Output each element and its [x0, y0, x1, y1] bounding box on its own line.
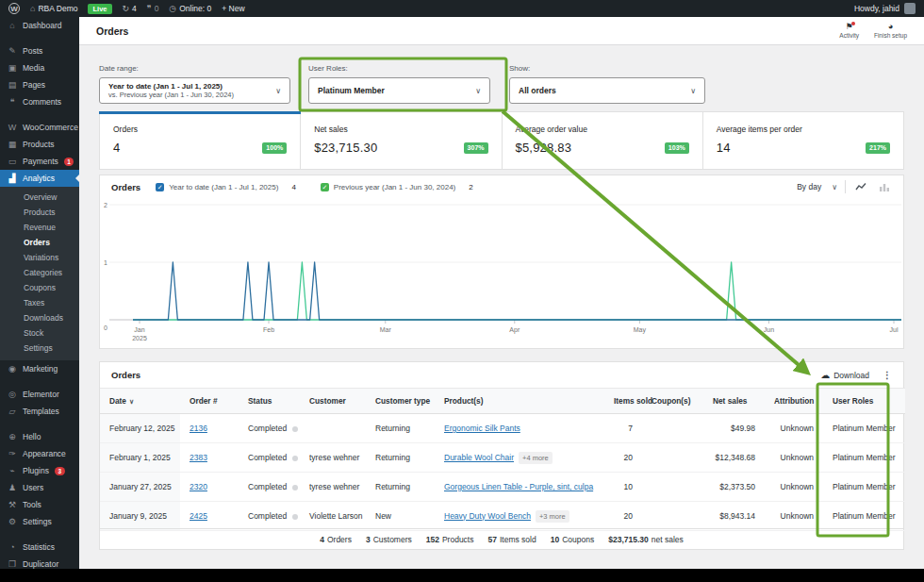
- chart-header: Orders Year to date (Jan 1 - Jul 1, 2025…: [100, 175, 903, 198]
- sidebar-item-label: Templates: [23, 407, 59, 416]
- column-header-order-[interactable]: Order #: [180, 389, 239, 414]
- more-products-chip[interactable]: +3 more: [536, 510, 569, 523]
- user-roles: Platinum Member: [823, 414, 905, 443]
- product-link[interactable]: Ergonomic Silk Pants: [444, 424, 520, 433]
- stat-card-net-sales[interactable]: Net sales $23,715.30 307%: [301, 112, 502, 169]
- screen: W ⌂ RBA Demo Live ↻ 4 ❞ 0 ◷ Online: 0 + …: [0, 0, 924, 582]
- order-number-link[interactable]: 2136: [190, 424, 207, 433]
- submenu-item-orders[interactable]: Orders: [0, 235, 79, 250]
- elementor-icon: ◎: [8, 391, 17, 399]
- submenu-item-downloads[interactable]: Downloads: [0, 310, 79, 325]
- comments-link[interactable]: ❞ 0: [147, 4, 159, 13]
- sidebar-item-tools[interactable]: ⚒Tools: [0, 496, 79, 513]
- sidebar-item-appearance[interactable]: ✑Appearance: [0, 445, 79, 462]
- submenu-item-taxes[interactable]: Taxes: [0, 295, 79, 310]
- sidebar-item-settings[interactable]: ⚙Settings: [0, 513, 79, 530]
- legend-current-period[interactable]: Year to date (Jan 1 - Jul 1, 2025): [156, 183, 278, 191]
- stat-card-average-order-value[interactable]: Average order value $5,928.83 103%: [503, 112, 703, 169]
- new-content-link[interactable]: + New: [222, 4, 244, 13]
- product-link[interactable]: Gorgeous Linen Table - Purple, sint, cul…: [444, 482, 593, 491]
- checkbox-checked-icon[interactable]: [321, 183, 329, 191]
- order-number-cell: 2383: [180, 443, 239, 473]
- sidebar-item-dashboard[interactable]: ⌂Dashboard: [0, 17, 79, 34]
- sidebar-item-hello[interactable]: ⊕Hello: [0, 428, 79, 445]
- site-name-link[interactable]: ⌂ RBA Demo: [30, 4, 77, 13]
- sidebar-item-pages[interactable]: ▤Pages: [0, 76, 79, 93]
- column-header-customer-type[interactable]: Customer type: [366, 389, 435, 414]
- column-header-attribution[interactable]: Attribution: [765, 389, 823, 414]
- column-header-status[interactable]: Status: [239, 389, 300, 414]
- summary-item: 57Items sold: [487, 535, 536, 544]
- table-row: January 27, 20252320Completedtyrese wehn…: [100, 473, 905, 502]
- status-info-dot: [292, 426, 298, 432]
- legend-count: 2: [469, 183, 472, 191]
- pages-icon: ▤: [8, 81, 17, 90]
- sidebar-item-templates[interactable]: ▱Templates: [0, 403, 79, 420]
- sidebar-item-woocommerce[interactable]: WWooCommerce: [0, 119, 79, 136]
- updates-link[interactable]: ↻ 4: [123, 4, 137, 13]
- sidebar-item-plugins[interactable]: ⌁Plugins3: [0, 462, 79, 479]
- sidebar-item-products[interactable]: ▦Products: [0, 136, 79, 153]
- sidebar-item-label: Appearance: [23, 449, 66, 458]
- items-sold: 10: [604, 473, 642, 502]
- dashboard-icon: ⌂: [8, 22, 17, 30]
- date-range-select[interactable]: Year to date (Jan 1 - Jul 1, 2025) vs. P…: [99, 77, 290, 104]
- submenu-item-revenue[interactable]: Revenue: [0, 220, 79, 235]
- sidebar-item-statistics[interactable]: ◔Statistics: [0, 539, 79, 556]
- online-status[interactable]: ◷ Online: 0: [169, 4, 211, 13]
- column-header-customer[interactable]: Customer: [300, 389, 366, 414]
- submenu-item-variations[interactable]: Variations: [0, 250, 79, 265]
- comment-icon: ❞: [147, 5, 152, 13]
- sidebar-item-analytics[interactable]: ▟Analytics: [0, 170, 79, 187]
- table-menu-button[interactable]: ⋮: [883, 370, 892, 380]
- products-cell: Gorgeous Linen Table - Purple, sint, cul…: [435, 473, 604, 502]
- product-link[interactable]: Heavy Duty Wool Bench: [444, 511, 531, 521]
- stat-card-average-items[interactable]: Average items per order 14 217%: [703, 112, 903, 169]
- activity-button[interactable]: ⚑ Activity: [839, 23, 859, 39]
- sidebar-item-media[interactable]: ▣Media: [0, 59, 79, 76]
- customer-name: tyrese wehner: [300, 443, 366, 473]
- submenu-item-settings[interactable]: Settings: [0, 341, 79, 356]
- stat-card-orders[interactable]: Orders 4 100%: [100, 112, 301, 169]
- hello-icon: ⊕: [8, 433, 17, 441]
- column-header-user-roles[interactable]: User Roles: [823, 389, 905, 414]
- sidebar-item-posts[interactable]: ✎Posts: [0, 42, 79, 59]
- order-number-link[interactable]: 2383: [190, 453, 207, 462]
- woocommerce-icon: W: [8, 124, 17, 132]
- submenu-item-overview[interactable]: Overview: [0, 190, 79, 205]
- submenu-item-stock[interactable]: Stock: [0, 325, 79, 341]
- legend-previous-period[interactable]: Previous year (Jan 1 - Jun 30, 2024): [321, 183, 455, 191]
- checkbox-checked-icon[interactable]: [156, 183, 164, 191]
- submenu-item-products[interactable]: Products: [0, 205, 79, 220]
- wordpress-logo-icon[interactable]: W: [8, 3, 20, 14]
- finish-setup-button[interactable]: ◕ Finish setup: [874, 23, 907, 39]
- sidebar-item-marketing[interactable]: ◉Marketing: [0, 360, 79, 377]
- product-link[interactable]: Durable Wool Chair: [444, 453, 514, 462]
- sidebar-item-payments[interactable]: ▭Payments1: [0, 153, 79, 170]
- order-number-link[interactable]: 2425: [190, 511, 207, 521]
- chevron-down-icon: ∨: [475, 87, 481, 95]
- user-roles-select[interactable]: Platinum Member ∨: [308, 77, 490, 104]
- sidebar-item-label: Comments: [23, 97, 61, 107]
- line-chart-toggle[interactable]: [853, 182, 869, 191]
- more-products-chip[interactable]: +4 more: [519, 452, 553, 464]
- column-header-items-sold[interactable]: Items sold: [604, 389, 642, 414]
- column-header-coupon-s-[interactable]: Coupon(s): [642, 389, 703, 414]
- order-number-link[interactable]: 2320: [190, 482, 207, 491]
- order-status: Completed: [239, 414, 300, 443]
- submenu-item-coupons[interactable]: Coupons: [0, 280, 79, 295]
- column-header-date[interactable]: Date∨: [100, 389, 180, 414]
- column-header-net-sales[interactable]: Net sales: [703, 389, 765, 414]
- order-date: February 12, 2025: [100, 414, 180, 443]
- submenu-item-categories[interactable]: Categories: [0, 265, 79, 280]
- howdy-link[interactable]: Howdy, jahid: [854, 4, 899, 13]
- sidebar-item-duplicator[interactable]: ❐Duplicator: [0, 556, 79, 569]
- sidebar-item-comments[interactable]: ❝Comments: [0, 93, 79, 110]
- download-button[interactable]: ☁ Download: [820, 371, 869, 380]
- bar-chart-toggle[interactable]: [877, 182, 892, 191]
- interval-select[interactable]: By day ∨: [797, 182, 837, 191]
- sidebar-item-elementor[interactable]: ◎Elementor: [0, 386, 79, 403]
- column-header-product-s-[interactable]: Product(s): [435, 389, 604, 414]
- sidebar-item-users[interactable]: ♟Users: [0, 479, 79, 496]
- show-select[interactable]: All orders ∨: [509, 77, 705, 104]
